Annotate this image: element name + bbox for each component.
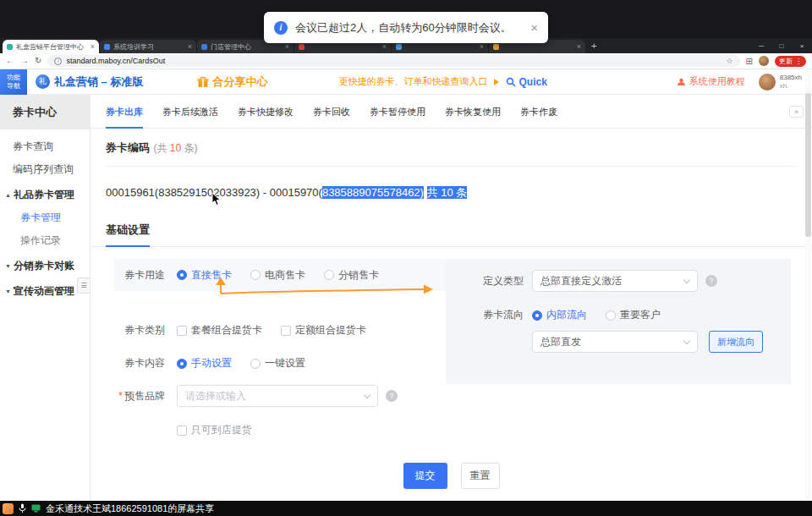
radio-icon: [532, 310, 542, 321]
tabs-collapse-button[interactable]: »: [789, 106, 804, 118]
browser-profile-avatar[interactable]: [759, 56, 769, 66]
card-codes-header: 券卡编码 (共 10 条): [106, 140, 797, 156]
tutorial-link[interactable]: 系统使用教程: [677, 75, 745, 88]
flow-direction-select[interactable]: 总部直发: [532, 331, 698, 353]
tab-close-icon[interactable]: ×: [382, 42, 387, 51]
radio-icon: [177, 359, 187, 369]
site-info-icon[interactable]: i: [54, 58, 62, 65]
app-title: 礼盒营销 – 标准版: [54, 74, 143, 90]
tab-card-void[interactable]: 券卡作废: [520, 95, 557, 129]
help-icon[interactable]: ?: [386, 390, 398, 402]
selected-count-text: 共 10 条: [427, 186, 468, 199]
checkbox-combo-pickup-card[interactable]: 套餐组合提货卡: [177, 323, 262, 338]
extensions-icon[interactable]: ⊞: [746, 57, 753, 66]
app-header: 功能 导航 礼 礼盒营销 – 标准版 合分享中心 更快捷的券卡、订单和快递查询入…: [0, 69, 812, 95]
sidebar-item-card-query[interactable]: 券卡查询: [0, 135, 90, 158]
favicon-icon: [7, 44, 13, 50]
select-placeholder: 请选择或输入: [185, 389, 246, 403]
divider: [106, 166, 797, 167]
tab-close-icon[interactable]: ×: [480, 42, 484, 51]
sidebar-group-distribution-recon[interactable]: ▼ 分销券卡对账: [0, 255, 90, 277]
tab-card-suspend[interactable]: 券卡暂停使用: [370, 95, 425, 129]
tab-close-icon[interactable]: ×: [91, 42, 95, 51]
tab-close-icon[interactable]: ×: [577, 42, 581, 51]
toast-close-icon[interactable]: ×: [530, 21, 538, 34]
add-flow-button[interactable]: 新增流向: [709, 331, 763, 353]
tab-card-activation[interactable]: 券卡后续激活: [162, 95, 218, 129]
radio-distribution-sale[interactable]: 分销售卡: [324, 268, 379, 283]
settings-form: 券卡用途 直接售卡 电商售卡 分销售卡: [114, 259, 791, 437]
favicon-icon: [201, 44, 207, 50]
reload-icon[interactable]: ↻: [35, 57, 41, 65]
bookmark-star-icon[interactable]: ☆: [727, 57, 733, 65]
user-account[interactable]: 8385xh xh.: [759, 74, 802, 91]
maximize-icon[interactable]: □: [771, 38, 792, 53]
radio-internal-flow[interactable]: 内部流向: [532, 308, 587, 322]
page-scrollbar[interactable]: [805, 71, 811, 499]
sidebar-group-gift-card-mgmt[interactable]: ▲ 礼品券卡管理: [0, 184, 90, 206]
logo-icon: 礼: [36, 74, 50, 89]
quick-search-link[interactable]: Quick: [506, 76, 546, 88]
field-label: 券卡类别: [114, 323, 165, 338]
scrollbar-thumb[interactable]: [805, 93, 811, 237]
tab-close-icon[interactable]: ×: [285, 42, 289, 51]
sidebar: 券卡中心 券卡查询 编码序列查询 ▲ 礼品券卡管理 券卡管理: [0, 95, 91, 501]
screen-share-bar: 金禾通技术王斌18662591081的屏幕共享: [0, 501, 812, 516]
radio-direct-sale[interactable]: 直接售卡: [177, 268, 232, 283]
sidebar-item-operation-log[interactable]: 操作记录: [0, 229, 90, 252]
selected-text: 8385889075578462): [322, 186, 424, 199]
share-center-link[interactable]: 合分享中心: [197, 74, 267, 90]
func-label-1: 功能: [7, 74, 20, 82]
radio-ecommerce-sale[interactable]: 电商售卡: [250, 268, 305, 283]
function-nav-button[interactable]: 功能 导航: [0, 69, 27, 95]
minimize-icon[interactable]: ─: [751, 38, 771, 53]
radio-icon: [606, 310, 616, 321]
app-body: 券卡中心 券卡查询 编码序列查询 ▲ 礼品券卡管理 券卡管理: [0, 95, 812, 501]
form-actions: 提交 重置: [91, 463, 812, 489]
definition-type-select[interactable]: 总部直接定义激活: [532, 270, 698, 292]
back-icon[interactable]: ←: [6, 57, 14, 65]
web-page: 功能 导航 礼 礼盒营销 – 标准版 合分享中心 更快捷的券卡、订单和快递查询入…: [0, 69, 812, 501]
url-omnibox[interactable]: i standard.maboy.cn/CardsOut ☆: [47, 55, 739, 67]
sidebar-item-card-management[interactable]: 券卡管理: [0, 206, 90, 229]
sidebar-collapse-handle[interactable]: ☰: [77, 277, 90, 294]
forward-icon[interactable]: →: [20, 57, 29, 65]
gift-icon: [197, 76, 209, 88]
browser-tab-active[interactable]: 礼盒营销平台管理中心 ×: [3, 40, 99, 53]
browser-tab[interactable]: 系统培训学习 ×: [100, 40, 196, 53]
quick-label: Quick: [518, 76, 546, 88]
microphone-icon[interactable]: [19, 503, 26, 513]
checkbox-store-pickup-only[interactable]: 只可到店提货: [177, 423, 252, 437]
radio-important-customer[interactable]: 重要客户: [606, 308, 661, 322]
headset-icon: [677, 77, 686, 86]
func-label-2: 导航: [7, 82, 20, 91]
sidebar-title: 券卡中心: [0, 95, 90, 129]
chevron-down-icon: [683, 276, 690, 283]
radio-one-click-setup[interactable]: 一键设置: [250, 356, 305, 371]
content-tabs: 券卡出库 券卡后续激活 券卡快捷修改 券卡回收 券卡暂停使用 券卡恢复使用 券卡…: [91, 95, 812, 129]
sidebar-item-code-sequence-query[interactable]: 编码序列查询: [0, 158, 90, 181]
help-icon[interactable]: ?: [705, 275, 717, 287]
tab-card-recycle[interactable]: 券卡回收: [313, 95, 350, 129]
reset-button[interactable]: 重置: [461, 463, 500, 489]
new-tab-button[interactable]: +: [591, 40, 596, 52]
chrome-update-badge[interactable]: 更新 ⋮: [775, 56, 806, 67]
chevron-up-icon: ▲: [5, 192, 11, 198]
presale-brand-row: *预售品牌 请选择或输入 ?: [114, 385, 446, 407]
tab-card-outbound[interactable]: 券卡出库: [106, 95, 143, 129]
flow-select-row: 总部直发 新增流向: [480, 331, 791, 353]
submit-button[interactable]: 提交: [403, 463, 447, 489]
favicon-icon: [299, 44, 304, 50]
presale-brand-select[interactable]: 请选择或输入: [177, 385, 378, 407]
tab-card-quick-edit[interactable]: 券卡快捷修改: [238, 95, 294, 129]
chevron-down-icon: ▼: [5, 263, 11, 269]
required-mark: *: [118, 390, 123, 402]
codes-count: (共 10 条): [153, 142, 197, 154]
tab-close-icon[interactable]: ×: [188, 42, 192, 51]
favicon-icon: [493, 44, 499, 50]
checkbox-fixed-combo-pickup-card[interactable]: 定额组合提货卡: [281, 323, 366, 338]
radio-manual-setup[interactable]: 手动设置: [177, 356, 232, 371]
info-icon: i: [274, 21, 288, 35]
tab-card-restore[interactable]: 券卡恢复使用: [445, 95, 501, 129]
close-icon[interactable]: ×: [792, 38, 812, 53]
